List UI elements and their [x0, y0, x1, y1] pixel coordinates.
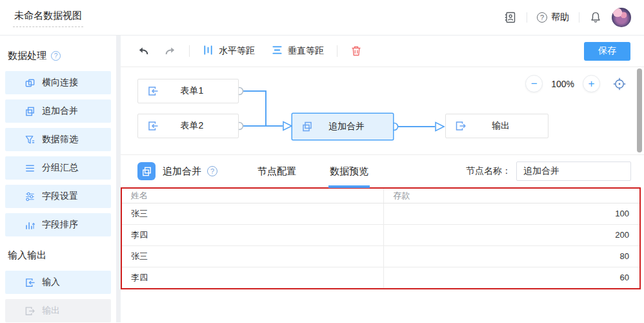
node-label: 表单1 [159, 85, 238, 97]
bell-icon[interactable] [589, 11, 602, 24]
sidebar-item-label: 输出 [42, 305, 60, 317]
cell-name: 李四 [122, 267, 384, 288]
zoom-out-button[interactable]: − [525, 75, 543, 92]
node-label: 输出 [467, 120, 548, 132]
divider [579, 12, 579, 23]
vertical-distribute-button[interactable]: 垂直等距 [272, 45, 324, 57]
undo-button[interactable] [137, 45, 150, 57]
canvas-toolbar: 水平等距 垂直等距 保存 [121, 36, 644, 67]
contacts-icon[interactable] [504, 11, 517, 24]
column-header-name: 姓名 [122, 189, 384, 203]
flow-node-form2[interactable]: 表单2 [137, 114, 239, 138]
append-merge-badge-icon [137, 162, 156, 180]
main-area: 水平等距 垂直等距 保存 [121, 36, 644, 322]
table-row: 张三 100 [122, 203, 639, 224]
sidebar: 数据处理 ? 横向连接 追加合并 数据筛选 分组汇总 字段设置 字段排序 输入输 [0, 36, 116, 322]
node-name-input[interactable] [516, 162, 631, 181]
panel-title: 追加合并 [163, 165, 201, 178]
sidebar-item-field-settings[interactable]: 字段设置 [5, 185, 111, 208]
output-icon [25, 306, 35, 317]
sidebar-item-label: 字段设置 [42, 191, 78, 202]
cell-name: 张三 [122, 203, 384, 224]
table-row: 李四 200 [122, 224, 639, 245]
flow-canvas[interactable]: 表单1 表单2 追加合并 输出 − 100% + [121, 67, 644, 154]
zoom-controls: − 100% + [525, 75, 627, 92]
canvas-scrollbar[interactable] [637, 68, 642, 152]
question-icon: ? [537, 12, 547, 23]
output-icon [455, 120, 467, 132]
tab-data-preview[interactable]: 数据预览 [330, 155, 368, 188]
sidebar-item-label: 分组汇总 [42, 162, 78, 174]
node-name-label: 节点名称： [466, 165, 511, 177]
node-panel-header: 追加合并 ? 节点配置 数据预览 节点名称： [121, 154, 644, 187]
column-header-deposit: 存款 [384, 189, 639, 203]
horizontal-distribute-icon [203, 45, 214, 57]
input-icon [25, 277, 35, 288]
locate-center-icon[interactable] [612, 77, 627, 91]
group-summary-icon [25, 163, 35, 174]
append-merge-icon [25, 106, 35, 117]
input-icon [147, 85, 159, 97]
cell-deposit: 60 [384, 267, 639, 288]
redo-button[interactable] [164, 45, 176, 57]
divider [527, 12, 527, 23]
zoom-level: 100% [551, 79, 574, 89]
sidebar-item-input[interactable]: 输入 [5, 271, 111, 294]
save-button[interactable]: 保存 [584, 42, 630, 61]
sidebar-heading-input-output: 输入输出 [8, 249, 108, 262]
flow-node-form1[interactable]: 表单1 [137, 79, 239, 103]
help-label: 帮助 [551, 12, 569, 23]
cell-deposit: 80 [384, 245, 639, 267]
table-header-row: 姓名 存款 [122, 189, 639, 203]
cell-deposit: 100 [384, 203, 639, 224]
append-merge-icon [301, 121, 313, 132]
help-button[interactable]: ? 帮助 [537, 12, 569, 23]
sidebar-item-group-summary[interactable]: 分组汇总 [5, 156, 111, 180]
node-name-group: 节点名称： [466, 162, 631, 181]
sidebar-item-field-sort[interactable]: 字段排序 [5, 213, 111, 236]
input-icon [147, 120, 159, 132]
flow-node-output[interactable]: 输出 [445, 114, 548, 138]
data-processing-help-icon[interactable]: ? [51, 51, 61, 61]
sidebar-item-label: 字段排序 [42, 219, 78, 231]
sidebar-divider [116, 36, 121, 322]
divider [189, 45, 190, 57]
delete-node-button[interactable] [350, 45, 362, 57]
top-bar: 未命名数据视图 ? 帮助 [0, 0, 644, 36]
cell-name: 张三 [122, 245, 384, 267]
node-help-icon[interactable]: ? [207, 166, 217, 176]
node-label: 追加合并 [313, 121, 393, 132]
sidebar-item-output: 输出 [5, 299, 111, 322]
sidebar-item-label: 横向连接 [42, 77, 78, 89]
cell-deposit: 200 [384, 224, 639, 245]
content: 数据处理 ? 横向连接 追加合并 数据筛选 分组汇总 字段设置 字段排序 输入输 [0, 36, 644, 322]
horizontal-distribute-button[interactable]: 水平等距 [203, 45, 255, 57]
table-row: 张三 80 [122, 245, 639, 267]
sidebar-item-label: 追加合并 [42, 105, 78, 117]
sidebar-heading-data-processing: 数据处理 ? [8, 50, 108, 62]
avatar[interactable] [612, 8, 631, 27]
sidebar-item-label: 输入 [42, 276, 60, 288]
sidebar-item-append-merge[interactable]: 追加合并 [5, 99, 111, 123]
vertical-distribute-icon [272, 45, 283, 57]
data-preview-table: 姓名 存款 张三 100 李四 200 张三 80 [122, 189, 639, 288]
topbar-actions: ? 帮助 [504, 8, 631, 27]
sidebar-item-label: 数据筛选 [42, 134, 78, 145]
sidebar-item-horizontal-join[interactable]: 横向连接 [5, 71, 111, 94]
flow-node-append-merge[interactable]: 追加合并 [292, 113, 394, 140]
join-icon [25, 78, 35, 89]
tab-node-config[interactable]: 节点配置 [257, 155, 296, 188]
table-row: 李四 60 [122, 267, 639, 288]
page-title[interactable]: 未命名数据视图 [13, 8, 83, 27]
cell-name: 李四 [122, 224, 384, 245]
field-sort-icon [25, 220, 35, 231]
zoom-in-button[interactable]: + [583, 75, 600, 92]
divider [337, 45, 337, 57]
data-preview-table-highlight: 姓名 存款 张三 100 李四 200 张三 80 [121, 187, 641, 289]
panel-tabs: 节点配置 数据预览 [257, 155, 368, 188]
sidebar-item-data-filter[interactable]: 数据筛选 [5, 128, 111, 151]
filter-icon [25, 134, 35, 145]
field-settings-icon [25, 191, 35, 202]
node-label: 表单2 [159, 120, 238, 132]
